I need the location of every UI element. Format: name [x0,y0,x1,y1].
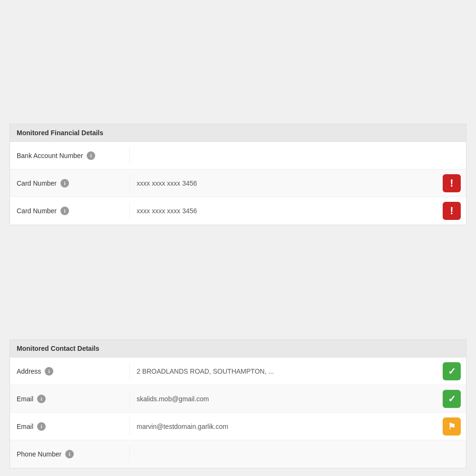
contact-section-title: Monitored Contact Details [17,345,99,352]
field-value-card-number-1: xxxx xxxx xxxx 3456 [130,175,437,192]
info-icon-card-number-2[interactable]: i [60,207,69,215]
field-value-phone-number [130,449,437,459]
info-icon-address[interactable]: i [45,367,53,376]
field-label-phone-number: Phone Number [17,450,61,458]
info-icon-email-2[interactable]: i [37,422,46,431]
label-cell-card-number-1: Card Numberi [10,174,130,192]
label-cell-phone-number: Phone Numberi [10,445,130,463]
checkmark-icon: ✓ [448,394,456,404]
table-row: Card Numberixxxx xxxx xxxx 3456! [10,169,466,197]
financial-section-title: Monitored Financial Details [17,129,103,137]
status-badge-address[interactable]: ✓ [443,362,461,380]
status-cell-card-number-2: ! [437,198,466,224]
financial-section-header: Monitored Financial Details [10,124,466,142]
label-cell-email-2: Emaili [10,417,130,436]
financial-section: Monitored Financial Details Bank Account… [10,124,466,225]
status-badge-email-1[interactable]: ✓ [443,390,461,408]
field-label-card-number-1: Card Number [17,179,57,187]
field-value-address: 2 BROADLANDS ROAD, SOUTHAMPTON, ... [130,363,437,380]
field-label-email-1: Email [17,395,33,403]
checkmark-icon: ✓ [448,367,456,376]
status-badge-email-2[interactable]: ⚑ [443,417,461,436]
status-cell-empty-bank-account-number [437,152,466,159]
table-row: Phone Numberi [10,440,466,468]
exclamation-icon: ! [450,206,453,216]
status-cell-card-number-1: ! [437,170,466,196]
field-label-address: Address [17,367,41,375]
label-cell-address: Addressi [10,362,130,380]
field-label-bank-account-number: Bank Account Number [17,152,83,159]
status-cell-empty-phone-number [437,450,466,458]
info-icon-email-1[interactable]: i [37,395,46,403]
status-badge-card-number-2[interactable]: ! [443,202,461,220]
status-badge-card-number-1[interactable]: ! [443,174,461,192]
field-value-email-1: skalids.mob@gmail.com [130,390,437,407]
contact-section: Monitored Contact Details Addressi2 BROA… [10,339,466,468]
field-label-card-number-2: Card Number [17,207,57,215]
field-label-email-2: Email [17,423,33,430]
info-icon-phone-number[interactable]: i [65,450,74,458]
status-cell-email-1: ✓ [437,386,466,412]
info-icon-bank-account-number[interactable]: i [87,151,95,160]
status-cell-address: ✓ [437,358,466,384]
contact-rows-container: Addressi2 BROADLANDS ROAD, SOUTHAMPTON, … [10,357,466,468]
label-cell-card-number-2: Card Numberi [10,202,130,220]
financial-rows-container: Bank Account NumberiCard Numberixxxx xxx… [10,142,466,225]
label-cell-bank-account-number: Bank Account Numberi [10,147,130,165]
contact-section-header: Monitored Contact Details [10,340,466,357]
label-cell-email-1: Emaili [10,390,130,408]
table-row: Emailimarvin@testdomain.garlik.com⚑ [10,413,466,440]
table-row: Emailiskalids.mob@gmail.com✓ [10,385,466,413]
field-value-email-2: marvin@testdomain.garlik.com [130,418,437,435]
table-row: Addressi2 BROADLANDS ROAD, SOUTHAMPTON, … [10,357,466,385]
field-value-card-number-2: xxxx xxxx xxxx 3456 [130,202,437,219]
table-row: Card Numberixxxx xxxx xxxx 3456! [10,197,466,225]
status-cell-email-2: ⚑ [437,414,466,439]
page-wrapper: Monitored Financial Details Bank Account… [0,0,476,476]
exclamation-icon: ! [450,178,453,188]
field-value-bank-account-number [130,151,437,160]
table-row: Bank Account Numberi [10,142,466,169]
flag-icon: ⚑ [448,422,456,431]
info-icon-card-number-1[interactable]: i [60,179,69,188]
